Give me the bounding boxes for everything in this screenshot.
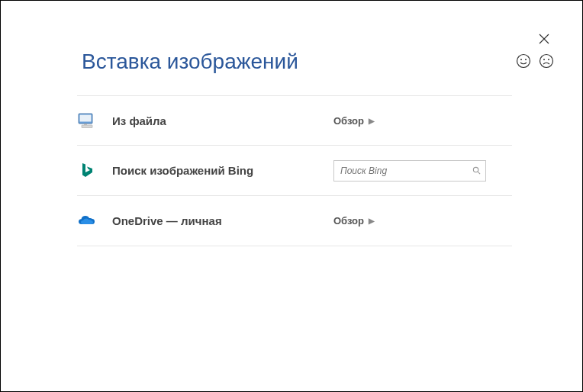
from-file-label: Из файла	[112, 114, 333, 127]
svg-rect-9	[84, 124, 87, 125]
svg-rect-8	[82, 125, 92, 128]
onedrive-icon-cell	[77, 211, 112, 231]
options-list: Из файла Обзор ▶ Поиск изображений Bing	[77, 95, 512, 246]
bing-search-wrap	[333, 160, 486, 182]
svg-point-3	[540, 55, 553, 68]
from-file-browse-button[interactable]: Обзор ▶	[333, 115, 375, 127]
close-icon	[539, 34, 549, 44]
sad-face-icon	[539, 53, 554, 69]
svg-point-10	[473, 167, 478, 172]
onedrive-browse-button[interactable]: Обзор ▶	[333, 215, 375, 227]
chevron-right-icon: ▶	[369, 117, 375, 125]
browse-label: Обзор	[333, 115, 364, 127]
bing-search-input[interactable]	[333, 160, 486, 182]
svg-point-4	[543, 59, 545, 60]
svg-line-11	[478, 172, 480, 174]
chevron-right-icon: ▶	[369, 217, 375, 225]
search-icon	[472, 166, 481, 175]
close-button[interactable]	[535, 30, 553, 48]
svg-point-2	[525, 59, 527, 60]
onedrive-icon	[77, 211, 97, 231]
computer-icon	[77, 111, 97, 130]
option-bing-search: Поиск изображений Bing	[77, 146, 512, 196]
option-onedrive: OneDrive — личная Обзор ▶	[77, 196, 512, 246]
from-file-icon-cell	[77, 111, 112, 130]
option-from-file: Из файла Обзор ▶	[77, 95, 512, 146]
browse-label: Обзор	[333, 215, 364, 227]
svg-point-0	[517, 55, 530, 68]
feedback-buttons	[515, 53, 555, 69]
bing-label: Поиск изображений Bing	[112, 164, 333, 177]
search-button[interactable]	[472, 166, 481, 175]
bing-icon	[77, 161, 97, 181]
feedback-happy-button[interactable]	[515, 53, 532, 69]
feedback-sad-button[interactable]	[538, 53, 555, 69]
svg-rect-7	[80, 115, 92, 122]
bing-icon-cell	[77, 161, 112, 181]
dialog-title: Вставка изображений	[82, 50, 536, 74]
insert-pictures-dialog: Вставка изображений Из файла Обзор ▶	[0, 0, 583, 392]
svg-point-5	[548, 59, 549, 60]
happy-face-icon	[516, 53, 531, 69]
onedrive-label: OneDrive — личная	[112, 214, 333, 227]
svg-point-1	[520, 59, 522, 60]
